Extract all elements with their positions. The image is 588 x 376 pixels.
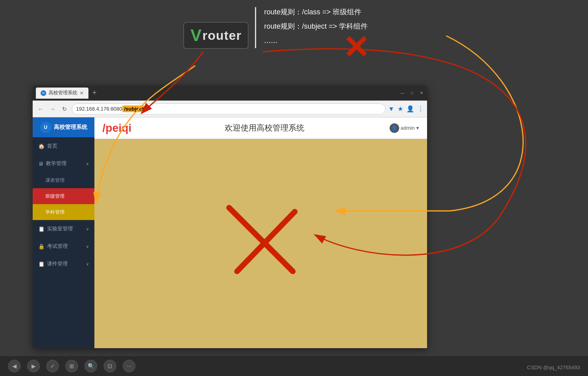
browser-titlebar: U 高校管理系统 ✕ + — □ ✕ bbox=[33, 86, 427, 101]
bottom-btn-square[interactable]: ⊡ bbox=[104, 360, 116, 372]
rule-line-1: route规则：/class => 班级组件 bbox=[264, 7, 446, 17]
address-bar[interactable]: 192.168.4.176:8080/subject bbox=[72, 103, 386, 115]
menu-icon[interactable]: ⋮ bbox=[417, 105, 424, 113]
sidebar-item-teaching[interactable]: 🖥 教学管理 ∧ bbox=[33, 155, 94, 172]
admin-menu[interactable]: 👤 admin ▾ bbox=[390, 123, 419, 133]
router-label: router bbox=[202, 28, 241, 43]
router-v-icon: V bbox=[190, 26, 202, 45]
watermark: CSDN @qq_42765493 bbox=[527, 364, 580, 370]
profile-icon[interactable]: 👤 bbox=[406, 105, 414, 113]
lab-icon: 📋 bbox=[38, 226, 45, 232]
sidebar-item-courseware[interactable]: 📋 课件管理 ∨ bbox=[33, 255, 94, 273]
sidebar-subject-label: 学科管理 bbox=[45, 209, 65, 216]
sidebar-item-subject[interactable]: 学科管理 bbox=[33, 204, 94, 220]
browser-menu-icons: ▼ ★ 👤 ⋮ bbox=[388, 105, 424, 113]
address-path: /subject bbox=[122, 105, 146, 112]
bottom-btn-more[interactable]: ··· bbox=[123, 360, 135, 372]
admin-dropdown-icon: ▾ bbox=[416, 125, 419, 131]
sidebar-item-class[interactable]: 班级管理 bbox=[33, 188, 94, 204]
bookmark-icon[interactable]: ★ bbox=[398, 105, 403, 113]
chevron-down-lab-icon: ∨ bbox=[86, 227, 89, 231]
sidebar-teaching-label: 教学管理 bbox=[46, 160, 67, 167]
chevron-up-icon: ∧ bbox=[86, 162, 89, 166]
chevron-down-courseware-icon: ∨ bbox=[86, 262, 89, 266]
main-header: /peiqi 欢迎使用高校管理系统 👤 admin ▾ bbox=[94, 117, 427, 139]
sidebar-courseware-label: 课件管理 bbox=[47, 260, 68, 267]
sidebar-class-label: 班级管理 bbox=[45, 193, 65, 200]
router-logo-box: V router bbox=[183, 22, 249, 49]
bottom-btn-search[interactable]: 🔍 bbox=[84, 360, 97, 372]
sidebar-item-exam[interactable]: 🔒 考试管理 ∨ bbox=[33, 238, 94, 255]
courseware-icon: 📋 bbox=[38, 261, 45, 267]
bottom-btn-play[interactable]: ▶ bbox=[27, 360, 40, 372]
forward-button[interactable]: → bbox=[48, 104, 57, 114]
back-button[interactable]: ← bbox=[36, 104, 45, 114]
sidebar-logo: U 高校管理系统 bbox=[33, 117, 94, 137]
sidebar-schedule-label: 课表管理 bbox=[45, 177, 65, 184]
browser-navbar: ← → ↻ 192.168.4.176:8080/subject ▼ ★ 👤 ⋮ bbox=[33, 101, 427, 117]
sidebar-item-home[interactable]: 🏠 首页 bbox=[33, 137, 94, 155]
admin-label: admin bbox=[401, 125, 415, 131]
rules-x-mark: ✕ bbox=[343, 32, 369, 64]
sidebar: U 高校管理系统 🏠 首页 🖥 教学管理 ∧ 课表管理 班级管理 学科管理 bbox=[33, 117, 94, 348]
main-area: /peiqi 欢迎使用高校管理系统 👤 admin ▾ bbox=[94, 117, 427, 348]
peiqi-title: /peiqi bbox=[102, 122, 131, 134]
minimize-button[interactable]: — bbox=[400, 91, 405, 95]
browser-window: U 高校管理系统 ✕ + — □ ✕ ← → ↻ 192.168.4.176:8… bbox=[33, 86, 427, 348]
svg-line-0 bbox=[229, 208, 293, 271]
sidebar-lab-label: 实验室管理 bbox=[47, 225, 73, 232]
bottom-btn-check[interactable]: ✓ bbox=[46, 360, 59, 372]
browser-tab[interactable]: U 高校管理系统 ✕ bbox=[36, 88, 88, 99]
sidebar-home-label: 首页 bbox=[47, 142, 57, 150]
new-tab-button[interactable]: + bbox=[90, 89, 99, 97]
admin-avatar: 👤 bbox=[390, 123, 399, 133]
lock-icon: 🔒 bbox=[38, 244, 45, 249]
chevron-down-exam-icon: ∨ bbox=[86, 244, 89, 249]
refresh-button[interactable]: ↻ bbox=[60, 104, 69, 114]
sidebar-exam-label: 考试管理 bbox=[47, 243, 68, 250]
window-controls: — □ ✕ bbox=[400, 91, 424, 95]
home-icon: 🏠 bbox=[38, 143, 45, 149]
close-button[interactable]: ✕ bbox=[419, 91, 424, 95]
content-x-mark bbox=[217, 200, 305, 279]
bottom-btn-grid[interactable]: ⊞ bbox=[65, 360, 78, 372]
sidebar-item-schedule[interactable]: 课表管理 bbox=[33, 172, 94, 188]
monitor-icon: 🖥 bbox=[38, 161, 43, 167]
bottom-btn-back[interactable]: ◀ bbox=[8, 360, 21, 372]
tab-favicon: U bbox=[41, 90, 46, 96]
bottom-bar: ◀ ▶ ✓ ⊞ 🔍 ⊡ ··· CSDN @qq_42765493 bbox=[0, 356, 588, 376]
sidebar-logo-text: 高校管理系统 bbox=[54, 124, 87, 131]
tab-close-button[interactable]: ✕ bbox=[80, 90, 84, 96]
tab-title: 高校管理系统 bbox=[49, 90, 77, 96]
welcome-text: 欢迎使用高校管理系统 bbox=[139, 123, 389, 133]
maximize-button[interactable]: □ bbox=[410, 91, 414, 95]
address-base: 192.168.4.176:8080 bbox=[76, 106, 122, 112]
content-body bbox=[94, 139, 427, 348]
app-content: U 高校管理系统 🏠 首页 🖥 教学管理 ∧ 课表管理 班级管理 学科管理 bbox=[33, 117, 427, 348]
sidebar-item-lab[interactable]: 📋 实验室管理 ∨ bbox=[33, 220, 94, 238]
logo-icon: U bbox=[40, 122, 51, 133]
extensions-icon[interactable]: ▼ bbox=[388, 105, 394, 113]
